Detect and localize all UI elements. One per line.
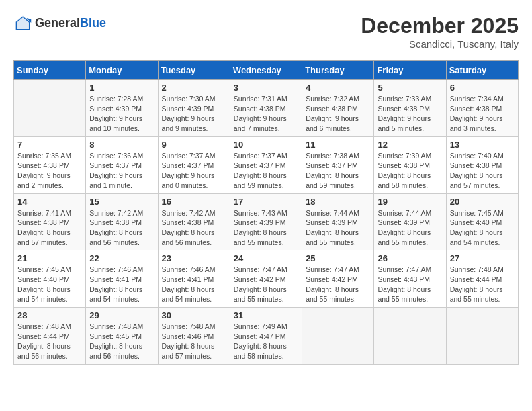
day-info: Sunrise: 7:37 AM Sunset: 4:37 PM Dayligh… — [162, 151, 226, 191]
calendar-cell: 6Sunrise: 7:34 AM Sunset: 4:38 PM Daylig… — [446, 80, 518, 137]
day-number: 9 — [162, 140, 226, 150]
day-number: 22 — [89, 253, 154, 263]
day-of-week-header: Tuesday — [158, 61, 230, 80]
day-number: 17 — [234, 197, 298, 207]
calendar-cell: 30Sunrise: 7:48 AM Sunset: 4:46 PM Dayli… — [158, 308, 230, 365]
day-number: 8 — [89, 140, 154, 150]
calendar-cell: 26Sunrise: 7:47 AM Sunset: 4:43 PM Dayli… — [374, 250, 446, 308]
calendar-cell — [374, 308, 446, 365]
calendar-week-row: 14Sunrise: 7:41 AM Sunset: 4:38 PM Dayli… — [14, 193, 519, 250]
day-info: Sunrise: 7:32 AM Sunset: 4:38 PM Dayligh… — [306, 94, 370, 134]
day-number: 31 — [234, 310, 298, 320]
day-of-week-header: Friday — [374, 61, 446, 80]
calendar-cell: 17Sunrise: 7:43 AM Sunset: 4:39 PM Dayli… — [230, 193, 302, 250]
calendar-cell: 2Sunrise: 7:30 AM Sunset: 4:39 PM Daylig… — [158, 80, 230, 137]
day-number: 26 — [378, 253, 442, 263]
day-number: 13 — [450, 140, 515, 150]
day-of-week-header: Sunday — [14, 61, 86, 80]
day-info: Sunrise: 7:42 AM Sunset: 4:38 PM Dayligh… — [162, 208, 226, 248]
day-number: 6 — [450, 83, 515, 93]
day-info: Sunrise: 7:46 AM Sunset: 4:41 PM Dayligh… — [162, 265, 226, 304]
calendar-cell: 14Sunrise: 7:41 AM Sunset: 4:38 PM Dayli… — [14, 193, 86, 250]
calendar-cell: 5Sunrise: 7:33 AM Sunset: 4:38 PM Daylig… — [374, 80, 446, 137]
day-number: 14 — [17, 197, 82, 207]
day-info: Sunrise: 7:48 AM Sunset: 4:45 PM Dayligh… — [89, 322, 154, 361]
calendar-cell: 19Sunrise: 7:44 AM Sunset: 4:39 PM Dayli… — [374, 193, 446, 250]
day-info: Sunrise: 7:31 AM Sunset: 4:38 PM Dayligh… — [234, 94, 298, 134]
day-info: Sunrise: 7:40 AM Sunset: 4:38 PM Dayligh… — [450, 151, 515, 191]
day-info: Sunrise: 7:48 AM Sunset: 4:46 PM Dayligh… — [162, 322, 226, 361]
calendar-cell: 11Sunrise: 7:38 AM Sunset: 4:37 PM Dayli… — [302, 136, 374, 193]
day-number: 5 — [378, 83, 442, 93]
day-info: Sunrise: 7:48 AM Sunset: 4:44 PM Dayligh… — [17, 322, 82, 361]
logo-general: General — [35, 16, 80, 30]
calendar-cell: 18Sunrise: 7:44 AM Sunset: 4:39 PM Dayli… — [302, 193, 374, 250]
day-number: 2 — [162, 83, 226, 93]
day-number: 15 — [89, 197, 154, 207]
calendar-cell — [302, 308, 374, 365]
day-number: 12 — [378, 140, 442, 150]
day-info: Sunrise: 7:48 AM Sunset: 4:44 PM Dayligh… — [450, 265, 515, 304]
calendar-cell: 1Sunrise: 7:28 AM Sunset: 4:39 PM Daylig… — [86, 80, 158, 137]
day-number: 24 — [234, 253, 298, 263]
calendar-cell: 10Sunrise: 7:37 AM Sunset: 4:37 PM Dayli… — [230, 136, 302, 193]
day-info: Sunrise: 7:37 AM Sunset: 4:37 PM Dayligh… — [234, 151, 298, 191]
calendar-week-row: 1Sunrise: 7:28 AM Sunset: 4:39 PM Daylig… — [14, 80, 519, 137]
day-number: 25 — [306, 253, 370, 263]
day-info: Sunrise: 7:45 AM Sunset: 4:40 PM Dayligh… — [17, 265, 82, 304]
calendar-cell: 21Sunrise: 7:45 AM Sunset: 4:40 PM Dayli… — [14, 250, 86, 308]
day-info: Sunrise: 7:47 AM Sunset: 4:43 PM Dayligh… — [378, 265, 442, 304]
calendar-header-row: SundayMondayTuesdayWednesdayThursdayFrid… — [14, 61, 519, 80]
calendar-table: SundayMondayTuesdayWednesdayThursdayFrid… — [13, 60, 519, 365]
calendar-cell: 31Sunrise: 7:49 AM Sunset: 4:47 PM Dayli… — [230, 308, 302, 365]
day-number: 7 — [17, 140, 82, 150]
day-number: 4 — [306, 83, 370, 93]
day-info: Sunrise: 7:36 AM Sunset: 4:37 PM Dayligh… — [89, 151, 154, 191]
day-info: Sunrise: 7:38 AM Sunset: 4:37 PM Dayligh… — [306, 151, 370, 191]
day-info: Sunrise: 7:45 AM Sunset: 4:40 PM Dayligh… — [450, 208, 515, 248]
calendar-cell: 20Sunrise: 7:45 AM Sunset: 4:40 PM Dayli… — [446, 193, 518, 250]
calendar-cell: 4Sunrise: 7:32 AM Sunset: 4:38 PM Daylig… — [302, 80, 374, 137]
calendar-week-row: 7Sunrise: 7:35 AM Sunset: 4:38 PM Daylig… — [14, 136, 519, 193]
day-number: 18 — [306, 197, 370, 207]
svg-marker-0 — [16, 16, 30, 30]
logo-text: GeneralBlue — [35, 16, 106, 30]
calendar-cell: 13Sunrise: 7:40 AM Sunset: 4:38 PM Dayli… — [446, 136, 518, 193]
day-number: 16 — [162, 197, 226, 207]
day-number: 29 — [89, 310, 154, 320]
calendar-cell: 29Sunrise: 7:48 AM Sunset: 4:45 PM Dayli… — [86, 308, 158, 365]
day-of-week-header: Saturday — [446, 61, 518, 80]
day-of-week-header: Wednesday — [230, 61, 302, 80]
day-of-week-header: Monday — [86, 61, 158, 80]
calendar-cell: 16Sunrise: 7:42 AM Sunset: 4:38 PM Dayli… — [158, 193, 230, 250]
day-of-week-header: Thursday — [302, 61, 374, 80]
calendar-cell: 7Sunrise: 7:35 AM Sunset: 4:38 PM Daylig… — [14, 136, 86, 193]
page-header: GeneralBlue December 2025 Scandicci, Tus… — [13, 13, 519, 50]
calendar-week-row: 21Sunrise: 7:45 AM Sunset: 4:40 PM Dayli… — [14, 250, 519, 308]
title-block: December 2025 Scandicci, Tuscany, Italy — [361, 13, 519, 50]
location-subtitle: Scandicci, Tuscany, Italy — [361, 38, 519, 50]
day-info: Sunrise: 7:34 AM Sunset: 4:38 PM Dayligh… — [450, 94, 515, 134]
calendar-cell: 9Sunrise: 7:37 AM Sunset: 4:37 PM Daylig… — [158, 136, 230, 193]
day-number: 21 — [17, 253, 82, 263]
day-number: 23 — [162, 253, 226, 263]
calendar-cell: 23Sunrise: 7:46 AM Sunset: 4:41 PM Dayli… — [158, 250, 230, 308]
day-number: 11 — [306, 140, 370, 150]
day-info: Sunrise: 7:49 AM Sunset: 4:47 PM Dayligh… — [234, 322, 298, 361]
calendar-cell: 27Sunrise: 7:48 AM Sunset: 4:44 PM Dayli… — [446, 250, 518, 308]
day-number: 1 — [89, 83, 154, 93]
day-info: Sunrise: 7:47 AM Sunset: 4:42 PM Dayligh… — [306, 265, 370, 304]
calendar-cell: 12Sunrise: 7:39 AM Sunset: 4:38 PM Dayli… — [374, 136, 446, 193]
day-info: Sunrise: 7:35 AM Sunset: 4:38 PM Dayligh… — [17, 151, 82, 191]
calendar-cell: 25Sunrise: 7:47 AM Sunset: 4:42 PM Dayli… — [302, 250, 374, 308]
calendar-cell: 28Sunrise: 7:48 AM Sunset: 4:44 PM Dayli… — [14, 308, 86, 365]
calendar-cell — [446, 308, 518, 365]
day-number: 10 — [234, 140, 298, 150]
day-info: Sunrise: 7:33 AM Sunset: 4:38 PM Dayligh… — [378, 94, 442, 134]
day-number: 3 — [234, 83, 298, 93]
day-info: Sunrise: 7:42 AM Sunset: 4:38 PM Dayligh… — [89, 208, 154, 248]
day-info: Sunrise: 7:39 AM Sunset: 4:38 PM Dayligh… — [378, 151, 442, 191]
calendar-cell: 3Sunrise: 7:31 AM Sunset: 4:38 PM Daylig… — [230, 80, 302, 137]
day-info: Sunrise: 7:28 AM Sunset: 4:39 PM Dayligh… — [89, 94, 154, 134]
calendar-cell — [14, 80, 86, 137]
